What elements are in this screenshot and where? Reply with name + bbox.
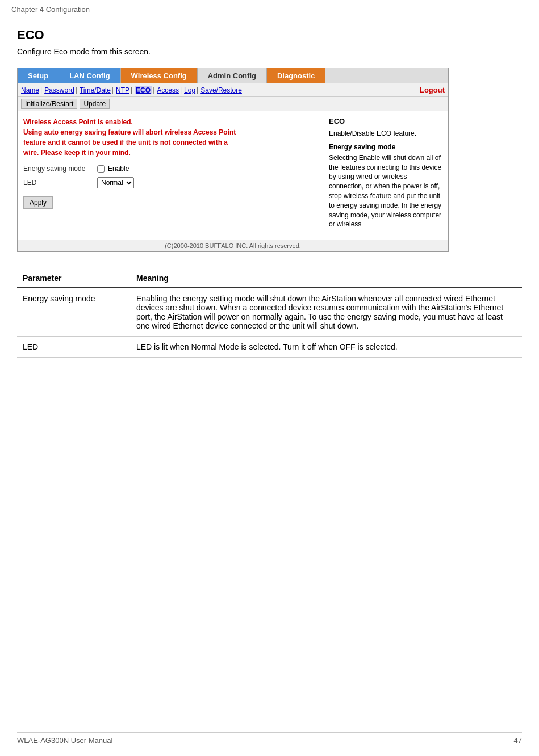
left-panel: Wireless Access Point is enabled. Using … [18,111,323,240]
subnav-name[interactable]: Name [21,86,39,94]
energy-saving-row: Energy saving mode Enable [23,165,317,173]
param-energy-saving: Energy saving mode [17,288,131,337]
help-energy-text: Selecting Enable will shut down all of t… [329,153,442,229]
subnav-ntp[interactable]: NTP [116,86,129,94]
subnav-timedate[interactable]: Time/Date [80,86,111,94]
footer-product: WLAE-AG300N User Manual [17,736,112,745]
energy-saving-label: Energy saving mode [23,165,97,173]
table-row: LED LED is lit when Normal Mode is selec… [17,337,522,358]
led-label: LED [23,179,97,187]
tab-wireless-config[interactable]: Wireless Config [121,68,198,83]
meaning-energy-saving: Enabling the energy setting mode will sh… [131,288,522,337]
led-control: Normal OFF [97,177,134,188]
param-table: Parameter Meaning Energy saving mode Ena… [17,269,522,358]
router-footer: (C)2000-2010 BUFFALO INC. All rights res… [18,240,448,251]
subnav-save-restore[interactable]: Save/Restore [200,86,242,94]
help-energy-heading: Energy saving mode [329,143,442,151]
energy-saving-checkbox[interactable] [97,165,105,173]
warning-line3: feature and it cannot be used if the uni… [23,138,228,146]
section-desc: Configure Eco mode from this screen. [17,47,522,56]
right-panel: ECO Enable/Disable ECO feature. Energy s… [323,111,448,240]
initialize-restart-button[interactable]: Initialize/Restart [21,99,77,109]
led-select[interactable]: Normal OFF [97,177,134,188]
apply-button[interactable]: Apply [23,196,53,209]
logout-link[interactable]: Logout [420,86,445,94]
meaning-led: LED is lit when Normal Mode is selected.… [131,337,522,358]
page-footer: WLAE-AG300N User Manual 47 [17,732,522,745]
tab-lan-config[interactable]: LAN Config [59,68,120,83]
main-content: ECO Configure Eco mode from this screen.… [0,16,539,369]
energy-saving-checkbox-label: Enable [108,165,129,173]
subnav-eco[interactable]: ECO [135,86,152,94]
warning-line4: wire. Please keep it in your mind. [23,149,131,157]
nav-tabs: Setup LAN Config Wireless Config Admin C… [18,68,448,83]
warning-line2: Using auto energy saving feature will ab… [23,128,236,136]
col-parameter: Parameter [17,269,131,288]
subnav-password[interactable]: Password [44,86,74,94]
chapter-title: Chapter 4 Configuration [11,5,90,14]
subnav-log[interactable]: Log [184,86,195,94]
col-meaning: Meaning [131,269,522,288]
panel-body: Wireless Access Point is enabled. Using … [18,111,448,240]
tab-diagnostic[interactable]: Diagnostic [267,68,325,83]
sub-nav-row2: Initialize/Restart Update [18,97,448,111]
router-ui: Setup LAN Config Wireless Config Admin C… [17,68,449,252]
help-title: ECO [329,117,442,125]
section-title: ECO [17,28,522,43]
sub-nav: Name | Password | Time/Date | NTP | ECO … [18,83,448,97]
energy-saving-control: Enable [97,165,129,173]
router-footer-text: (C)2000-2010 BUFFALO INC. All rights res… [165,242,301,249]
led-row: LED Normal OFF [23,177,317,188]
tab-admin-config[interactable]: Admin Config [198,68,267,83]
update-button[interactable]: Update [80,99,110,109]
tab-setup[interactable]: Setup [18,68,59,83]
param-led: LED [17,337,131,358]
help-description: Enable/Disable ECO feature. [329,129,442,138]
warning-text: Wireless Access Point is enabled. Using … [23,117,317,158]
table-row: Energy saving mode Enabling the energy s… [17,288,522,337]
footer-page: 47 [514,736,522,745]
page-header: Chapter 4 Configuration [0,0,539,16]
warning-line1: Wireless Access Point is enabled. [23,118,133,126]
subnav-access[interactable]: Access [157,86,179,94]
